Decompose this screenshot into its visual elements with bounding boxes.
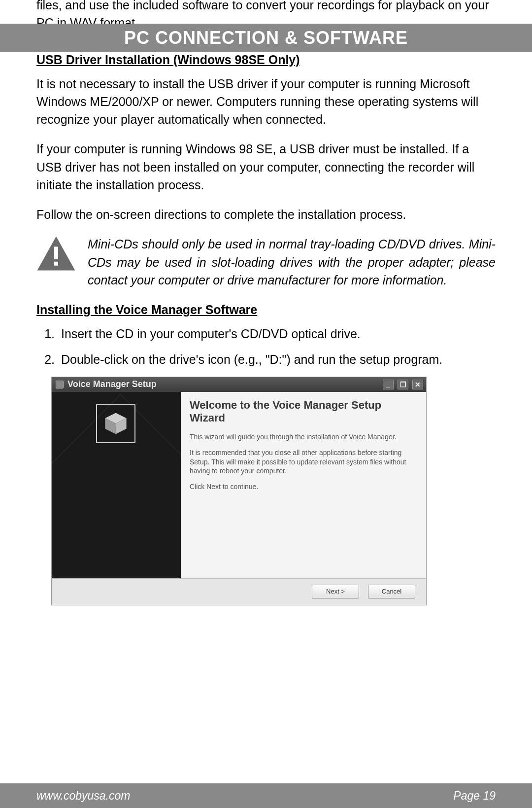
para-usb-2: If your computer is running Windows 98 S…: [36, 140, 496, 194]
banner-title: PC CONNECTION & SOFTWARE: [124, 28, 408, 48]
para-usb-1: It is not necessary to install the USB d…: [36, 75, 496, 129]
step-1: Insert the CD in your computer's CD/DVD …: [58, 325, 496, 343]
close-button[interactable]: ✕: [412, 380, 423, 389]
section-banner: PC CONNECTION & SOFTWARE: [0, 24, 532, 52]
wizard-sidebar: [52, 392, 181, 578]
heading-voice-manager: Installing the Voice Manager Software: [36, 303, 496, 317]
install-steps-list: Insert the CD in your computer's CD/DVD …: [58, 325, 496, 369]
setup-wizard-window: Voice Manager Setup _ ❐ ✕ Welcome to the…: [51, 377, 427, 605]
next-button[interactable]: Next >: [312, 585, 359, 598]
wizard-heading: Welcome to the Voice Manager Setup Wizar…: [190, 399, 416, 425]
wizard-p3: Click Next to continue.: [190, 482, 416, 491]
installer-box-icon: [96, 404, 135, 443]
warning-block: Mini-CDs should only be used in normal t…: [36, 235, 496, 289]
cancel-button[interactable]: Cancel: [368, 585, 415, 598]
footer-url: www.cobyusa.com: [36, 789, 130, 803]
wizard-title: Voice Manager Setup: [67, 379, 157, 389]
step-2: Double-click on the drive's icon (e.g., …: [58, 351, 496, 368]
warning-text: Mini-CDs should only be used in normal t…: [88, 235, 496, 289]
wizard-footer: Next > Cancel: [52, 578, 426, 605]
footer-page-number: Page 19: [453, 789, 496, 803]
wizard-titlebar: Voice Manager Setup _ ❐ ✕: [52, 377, 426, 392]
restore-button[interactable]: ❐: [398, 380, 408, 389]
wizard-p2: It is recommended that you close all oth…: [190, 448, 416, 475]
svg-rect-1: [54, 247, 58, 260]
minimize-button[interactable]: _: [383, 380, 394, 389]
svg-rect-2: [54, 262, 58, 266]
para-usb-3: Follow the on-screen directions to compl…: [36, 206, 496, 223]
wizard-p1: This wizard will guide you through the i…: [190, 432, 416, 441]
page-footer: www.cobyusa.com Page 19: [0, 783, 532, 808]
wizard-content: Welcome to the Voice Manager Setup Wizar…: [181, 392, 426, 578]
heading-usb-driver: USB Driver Installation (Windows 98SE On…: [36, 53, 496, 67]
warning-triangle-icon: [36, 235, 76, 272]
wizard-app-icon: [56, 381, 64, 388]
